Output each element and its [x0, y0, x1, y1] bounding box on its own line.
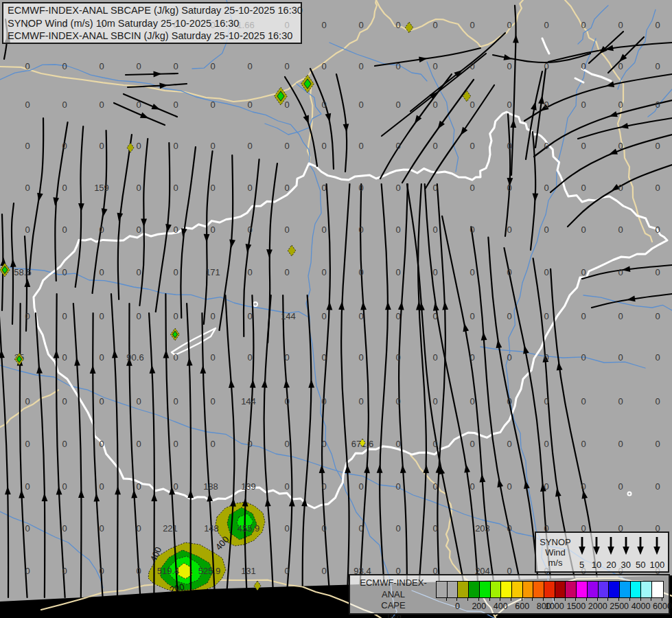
scale-tick-label: 200 [472, 602, 486, 611]
cape-field-layer: 400400200 [148, 502, 265, 595]
svg-text:0: 0 [358, 225, 363, 235]
svg-text:144: 144 [281, 311, 296, 321]
svg-text:0: 0 [25, 523, 30, 534]
svg-text:0: 0 [507, 523, 511, 534]
svg-text:0: 0 [210, 311, 215, 321]
svg-text:0: 0 [173, 100, 178, 110]
svg-text:0: 0 [358, 20, 363, 30]
svg-text:0: 0 [321, 481, 326, 492]
svg-text:0: 0 [470, 481, 474, 492]
svg-text:0: 0 [99, 311, 104, 321]
svg-text:0: 0 [395, 20, 400, 30]
svg-text:0: 0 [62, 481, 67, 492]
scale-tick [597, 597, 598, 601]
svg-text:0: 0 [544, 396, 548, 407]
svg-text:0: 0 [210, 439, 215, 449]
svg-text:0: 0 [173, 225, 178, 235]
svg-text:0: 0 [358, 523, 363, 534]
svg-text:0: 0 [618, 141, 623, 151]
svg-text:0: 0 [247, 100, 252, 110]
svg-text:0: 0 [395, 352, 400, 363]
cape-color-cell [448, 582, 459, 597]
svg-text:0: 0 [136, 523, 141, 534]
svg-text:0: 0 [432, 523, 437, 534]
svg-text:0: 0 [99, 396, 104, 407]
scale-tick [651, 597, 651, 601]
svg-text:0: 0 [136, 566, 141, 576]
svg-text:0: 0 [655, 141, 660, 151]
svg-text:0: 0 [470, 352, 474, 363]
scale-tick-label: 4000 [632, 602, 651, 611]
cape-color-cell [599, 582, 610, 597]
svg-text:0: 0 [470, 183, 474, 193]
scale-tick-label: 2000 [588, 602, 607, 611]
svg-text:0: 0 [544, 481, 548, 492]
scale-tick-label: 600 [515, 602, 529, 611]
wind-speed-label: 10 [592, 560, 601, 570]
svg-text:203: 203 [475, 523, 490, 534]
svg-text:0: 0 [618, 61, 623, 71]
svg-text:0: 0 [655, 396, 660, 407]
scale-tick [607, 597, 608, 601]
svg-text:0: 0 [284, 183, 289, 193]
svg-text:0: 0 [210, 100, 215, 110]
scale-tick [478, 597, 479, 601]
svg-text:0: 0 [432, 396, 437, 407]
svg-text:144: 144 [241, 396, 256, 407]
svg-text:0: 0 [62, 267, 67, 277]
svg-text:0: 0 [470, 439, 474, 449]
svg-text:0: 0 [173, 481, 178, 492]
svg-text:0: 0 [581, 311, 586, 321]
svg-text:0: 0 [210, 141, 215, 151]
svg-text:0: 0 [581, 352, 586, 363]
wind-arrow-30: 30 [621, 536, 632, 570]
cape-color-cell [566, 582, 577, 597]
svg-text:0: 0 [321, 100, 326, 110]
svg-text:0: 0 [432, 61, 437, 71]
svg-text:0: 0 [544, 20, 548, 30]
svg-text:0: 0 [358, 481, 363, 492]
title-line-sbcin: ECMWF-INDEX-ANAL SBCIN (J/kg) Saturday 2… [8, 30, 297, 43]
svg-text:0: 0 [173, 311, 178, 321]
synop-wind-legend: SYNOP Wind m/s 510203050100 [535, 531, 669, 573]
wind-speed-label: 20 [606, 560, 616, 570]
svg-text:0: 0 [470, 100, 474, 110]
svg-text:0: 0 [581, 141, 586, 151]
scale-tick [532, 597, 533, 601]
svg-text:188: 188 [203, 481, 218, 492]
svg-text:0: 0 [581, 61, 586, 71]
cape-legend-title: ECMWF-INDEX-ANAL CAPE J/kg [353, 577, 434, 618]
svg-text:0: 0 [655, 352, 660, 363]
svg-text:0: 0 [136, 141, 141, 151]
svg-text:0: 0 [395, 100, 400, 110]
svg-text:0: 0 [284, 225, 289, 235]
svg-text:0: 0 [432, 183, 437, 193]
scale-tick [554, 597, 555, 601]
svg-text:0: 0 [581, 481, 586, 492]
svg-text:0: 0 [99, 481, 104, 492]
svg-text:0: 0 [507, 352, 511, 363]
svg-text:171: 171 [205, 267, 220, 277]
svg-text:0: 0 [470, 20, 474, 30]
svg-text:0: 0 [581, 267, 586, 277]
svg-text:0: 0 [247, 267, 252, 277]
svg-text:0: 0 [618, 100, 623, 110]
svg-text:0: 0 [210, 396, 215, 407]
wind-speed-label: 50 [636, 560, 645, 570]
svg-text:0: 0 [618, 311, 623, 321]
svg-text:0: 0 [99, 267, 104, 277]
svg-text:0: 0 [62, 100, 67, 110]
svg-text:0: 0 [655, 225, 660, 235]
svg-text:0: 0 [618, 352, 623, 363]
cape-color-bar [436, 581, 664, 598]
scale-tick-label: 2500 [610, 602, 629, 611]
svg-text:0: 0 [284, 352, 289, 363]
svg-text:0: 0 [99, 61, 104, 71]
svg-text:0: 0 [395, 439, 400, 449]
svg-text:0: 0 [655, 267, 660, 277]
svg-text:0: 0 [284, 439, 289, 449]
svg-text:0: 0 [507, 183, 511, 193]
svg-text:221: 221 [163, 523, 178, 534]
wind-arrow-5: 5 [577, 536, 588, 570]
svg-text:455.9: 455.9 [237, 523, 260, 534]
